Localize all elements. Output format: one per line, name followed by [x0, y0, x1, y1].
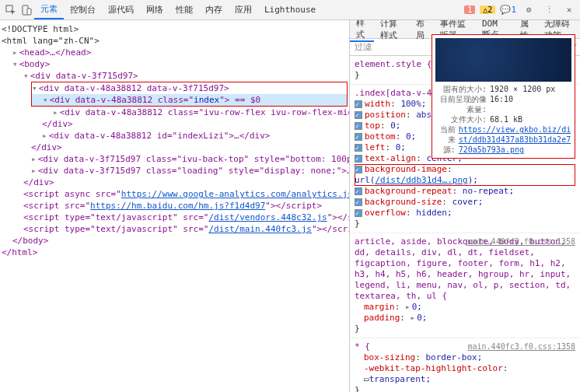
kebab-icon[interactable]: ⋮	[543, 4, 555, 16]
svg-rect-2	[27, 9, 31, 15]
dom-tree[interactable]: <!DOCTYPE html> <html lang="zh-CN"> ▸<he…	[0, 20, 350, 392]
close-div2[interactable]: </div>	[31, 142, 62, 152]
preview-rend: 16:10	[490, 94, 513, 114]
tab-memory[interactable]: 内存	[199, 0, 229, 19]
image-preview: 固有的大小:1920 × 1200 px 目前呈现的像素量:16:10 文件大小…	[432, 34, 575, 159]
lizi-div[interactable]: <div data-v-48a38812 id="indexLizi">…</d…	[49, 131, 271, 141]
cb[interactable]	[355, 155, 362, 163]
tab-network[interactable]: 网络	[140, 0, 169, 19]
app-div[interactable]: <div data-v-3f715d97>	[30, 71, 138, 81]
error-badge[interactable]: 1	[464, 5, 475, 14]
preview-src[interactable]: https://view.gkbo.biz/dist/ddb31d437a83b…	[459, 124, 571, 155]
baidu-link[interactable]: https://hm.baidu.com/hm.js?f1d4d97	[90, 201, 265, 211]
tab-performance[interactable]: 性能	[169, 0, 199, 19]
subtab-layout[interactable]: 布局	[410, 20, 434, 41]
filter-input[interactable]: 过滤	[355, 41, 372, 53]
backtop-div[interactable]: <div data-v-3f715d97 class="ivu-back-top…	[38, 154, 350, 164]
close-icon[interactable]: ✕	[563, 4, 575, 16]
src-link[interactable]: main.440fc3.f0.css:1358	[468, 341, 575, 352]
highlighted-nodes: ▾<div data-v-48a38812 data-v-3f715d97> ▾…	[31, 82, 348, 107]
gear-icon[interactable]: ⚙	[522, 4, 535, 16]
selected-node[interactable]: ▾<div data-v-48a38812 class="index"> == …	[32, 94, 347, 106]
cb[interactable]	[355, 111, 362, 119]
vendors-link[interactable]: /dist/vendors.448c32.js	[208, 212, 327, 222]
doctype[interactable]: <!DOCTYPE html>	[2, 23, 348, 35]
device-icon[interactable]	[20, 4, 33, 16]
tab-elements[interactable]: 元素	[34, 0, 64, 19]
body-close[interactable]: </body>	[12, 236, 48, 246]
tab-console[interactable]: 控制台	[64, 0, 102, 19]
outer-div[interactable]: <div data-v-48a38812 data-v-3f715d97>	[39, 83, 229, 93]
warn-badge[interactable]: △2	[480, 5, 495, 14]
tab-sources[interactable]: 源代码	[102, 0, 140, 19]
cb[interactable]	[355, 166, 362, 173]
close-div1[interactable]: </div>	[42, 119, 73, 129]
flex-row[interactable]: <div data-v-48a38812 class="ivu-row-flex…	[60, 107, 350, 117]
cb[interactable]	[355, 209, 362, 217]
main-link[interactable]: /dist/main.440fc3.js	[208, 224, 311, 234]
tab-application[interactable]: 应用	[229, 0, 258, 19]
head-node[interactable]: <head>…</head>	[19, 47, 92, 58]
toolbar-right: 1 △2 💬1 ⚙ ⋮ ✕	[464, 4, 577, 16]
cb[interactable]	[355, 198, 362, 206]
html-close[interactable]: </html>	[2, 247, 37, 257]
inspect-icon[interactable]	[5, 4, 17, 16]
rule-reset[interactable]: main.440fc3.f0.css:1358 article, aside, …	[350, 233, 580, 338]
body-open[interactable]: <body>	[19, 59, 51, 69]
cb[interactable]	[355, 100, 362, 108]
cb[interactable]	[355, 122, 362, 130]
cb[interactable]	[355, 187, 362, 195]
html-open[interactable]: <html lang="zh-CN">	[2, 35, 348, 47]
msg-badge[interactable]: 💬1	[500, 5, 516, 15]
preview-fsize: 68.1 kB	[490, 114, 522, 124]
cb[interactable]	[355, 133, 362, 141]
src-link[interactable]: main.440fc3.f0.css:1358	[468, 236, 575, 247]
close-div3[interactable]: </div>	[23, 177, 54, 187]
loading-div[interactable]: <div data-v-3f715d97 class="loading" sty…	[38, 166, 350, 176]
rule-star[interactable]: main.440fc3.f0.css:1358 * { box-sizing: …	[350, 338, 580, 392]
ga-link[interactable]: https://www.google-analytics.com/analyti…	[121, 189, 350, 199]
preview-thumb	[435, 38, 571, 82]
cb[interactable]	[355, 144, 362, 152]
preview-size: 1920 × 1200 px	[490, 84, 555, 94]
devtools-toolbar: 元素 控制台 源代码 网络 性能 内存 应用 Lighthouse 1 △2 💬…	[0, 0, 580, 20]
main-tabs: 元素 控制台 源代码 网络 性能 内存 应用 Lighthouse	[34, 0, 322, 19]
bg-image-prop[interactable]: background-image: url(/dist/ddb31d4….png…	[355, 164, 575, 186]
tab-lighthouse[interactable]: Lighthouse	[258, 0, 322, 19]
subtab-computed[interactable]: 计算样式	[374, 20, 410, 41]
